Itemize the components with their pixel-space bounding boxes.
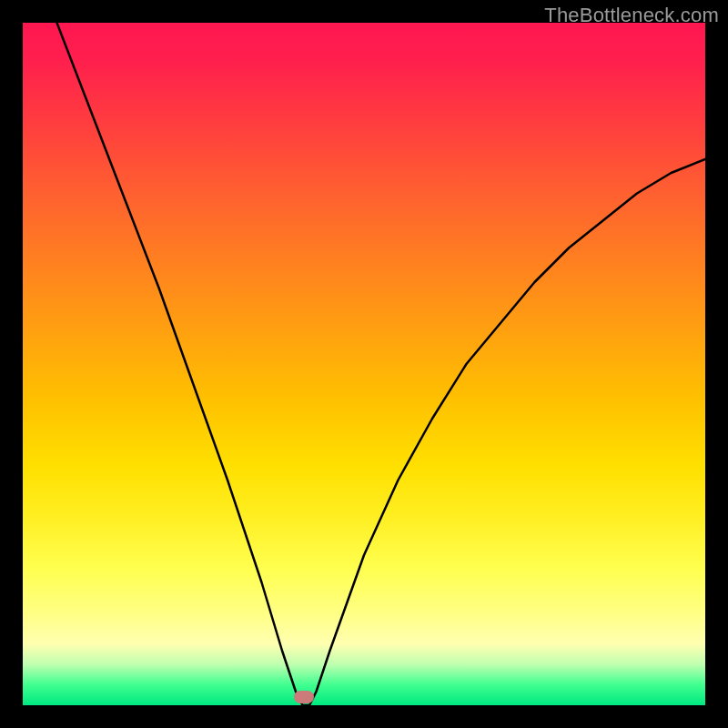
- bottleneck-curve: [23, 23, 705, 705]
- watermark-text: TheBottleneck.com: [544, 4, 719, 27]
- optimum-marker: [294, 691, 314, 703]
- chart-plot-area: [23, 23, 705, 705]
